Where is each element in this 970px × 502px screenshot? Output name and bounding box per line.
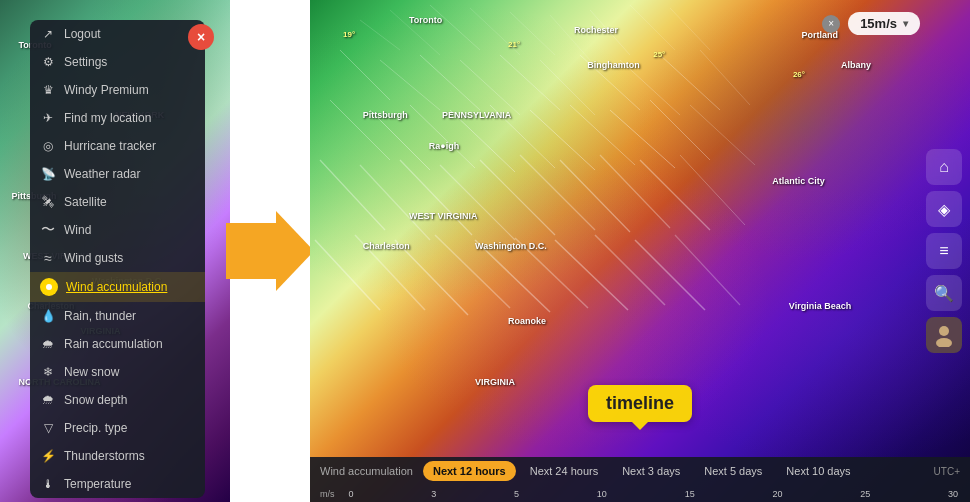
menu-item-find-location[interactable]: ✈ Find my location: [30, 104, 205, 132]
speed-value: 15m/s: [860, 16, 897, 31]
settings-icon: ⚙: [40, 54, 56, 70]
svg-point-0: [46, 284, 52, 290]
menu-item-wind-gusts[interactable]: ≈ Wind gusts: [30, 244, 205, 272]
map-label-binghamton: Binghamton: [587, 60, 640, 70]
menu-item-settings[interactable]: ⚙ Settings: [30, 48, 205, 76]
map-label-atlantic-city: Atlantic City: [772, 176, 825, 186]
arrow-body: [226, 223, 276, 279]
precip-type-label: Precip. type: [64, 421, 127, 435]
svg-line-42: [395, 240, 468, 315]
wind-gusts-label: Wind gusts: [64, 251, 123, 265]
satellite-icon: 🛰: [40, 194, 56, 210]
menu-item-thunderstorms[interactable]: ⚡ Thunderstorms: [30, 442, 205, 470]
svg-line-28: [650, 100, 710, 160]
map-label-wv-right: WEST VIRGINIA: [409, 211, 478, 221]
map-label-virginia-right: VIRGINIA: [475, 377, 515, 387]
menu-item-premium[interactable]: ♛ Windy Premium: [30, 76, 205, 104]
temp-label-4: 19°: [343, 30, 355, 39]
scale-3: 3: [431, 489, 436, 499]
snow-depth-icon: 🌨: [40, 392, 56, 408]
search-button[interactable]: 🔍: [926, 275, 962, 311]
main-container: Toronto NEW YORK Pittsburgh WEST VIRGINI…: [0, 0, 970, 502]
svg-line-49: [675, 235, 740, 305]
layers-button[interactable]: ◈: [926, 191, 962, 227]
menu-item-rain-accumulation[interactable]: 🌧 Rain accumulation: [30, 330, 205, 358]
avatar-button[interactable]: [926, 317, 962, 353]
right-panel: Toronto Rochester Portland Binghamton Al…: [310, 0, 970, 502]
tab-10d[interactable]: Next 10 days: [776, 461, 860, 481]
menu-item-satellite[interactable]: 🛰 Satellite: [30, 188, 205, 216]
svg-line-6: [550, 15, 590, 60]
svg-line-1: [360, 20, 400, 50]
hurricane-label: Hurricane tracker: [64, 139, 156, 153]
svg-line-14: [500, 55, 560, 110]
wind-accumulation-close-btn[interactable]: ×: [822, 15, 840, 33]
svg-line-34: [480, 160, 555, 235]
wind-icon: 〜: [40, 222, 56, 238]
timeline-tabs: Wind accumulation Next 12 hours Next 24 …: [310, 457, 970, 485]
timeline-wind-label: Wind accumulation: [320, 465, 413, 477]
menu-item-wind[interactable]: 〜 Wind: [30, 216, 205, 244]
rain-accumulation-label: Rain accumulation: [64, 337, 163, 351]
temp-label-1: 21°: [508, 40, 520, 49]
menu-item-hurricane[interactable]: ◎ Hurricane tracker: [30, 132, 205, 160]
menu-panel: ↗ Logout ⚙ Settings ♛ Windy Premium ✈ Fi…: [30, 20, 205, 498]
map-label-albany: Albany: [841, 60, 871, 70]
find-location-icon: ✈: [40, 110, 56, 126]
menu-item-weather-radar[interactable]: 📡 Weather radar: [30, 160, 205, 188]
svg-line-3: [430, 5, 480, 50]
svg-line-37: [600, 155, 670, 228]
temp-label-3: 26°: [793, 70, 805, 79]
wind-gusts-icon: ≈: [40, 250, 56, 266]
wind-accumulation-label: Wind accumulation: [66, 280, 167, 294]
new-snow-label: New snow: [64, 365, 119, 379]
rain-accumulation-icon: 🌧: [40, 336, 56, 352]
premium-label: Windy Premium: [64, 83, 149, 97]
map-label-roanoke: Roanoke: [508, 316, 546, 326]
svg-line-27: [610, 110, 675, 168]
tab-24h[interactable]: Next 24 hours: [520, 461, 608, 481]
scale-10: 10: [597, 489, 607, 499]
tab-12h[interactable]: Next 12 hours: [423, 461, 516, 481]
svg-line-39: [680, 155, 745, 225]
menu-item-snow-depth[interactable]: 🌨 Snow depth: [30, 386, 205, 414]
scale-30: 30: [948, 489, 958, 499]
map-label-dc-right: Washington D.C.: [475, 241, 547, 251]
close-menu-button[interactable]: ×: [188, 24, 214, 50]
right-icons-panel: ⌂ ◈ ≡ 🔍: [926, 149, 962, 353]
precip-type-icon: ▽: [40, 420, 56, 436]
tab-5d[interactable]: Next 5 days: [694, 461, 772, 481]
map-label-toronto-right: Toronto: [409, 15, 442, 25]
menu-item-logout[interactable]: ↗ Logout: [30, 20, 205, 48]
menu-item-precip-type[interactable]: ▽ Precip. type: [30, 414, 205, 442]
timeline-tooltip-text: timeline: [606, 393, 674, 413]
menu-button[interactable]: ≡: [926, 233, 962, 269]
timeline-tooltip: timeline: [588, 385, 692, 422]
svg-line-33: [440, 165, 515, 240]
satellite-label: Satellite: [64, 195, 107, 209]
tab-3d[interactable]: Next 3 days: [612, 461, 690, 481]
home-button[interactable]: ⌂: [926, 149, 962, 185]
hurricane-icon: ◎: [40, 138, 56, 154]
menu-item-temperature[interactable]: 🌡 Temperature: [30, 470, 205, 498]
scale-unit: m/s: [320, 489, 335, 499]
svg-point-50: [939, 326, 949, 336]
svg-line-31: [360, 165, 430, 240]
menu-item-wind-accumulation[interactable]: Wind accumulation: [30, 272, 205, 302]
rain-thunder-label: Rain, thunder: [64, 309, 136, 323]
logout-label: Logout: [64, 27, 101, 41]
scale-20: 20: [772, 489, 782, 499]
map-label-pittsburgh-right: Pittsburgh: [363, 110, 408, 120]
chevron-down-icon[interactable]: ▾: [903, 18, 908, 29]
top-bar: × 15m/s ▾: [822, 12, 920, 35]
menu-item-rain-thunder[interactable]: 💧 Rain, thunder: [30, 302, 205, 330]
find-location-label: Find my location: [64, 111, 151, 125]
svg-line-9: [670, 8, 710, 50]
svg-line-11: [380, 60, 440, 110]
svg-line-36: [560, 160, 630, 232]
menu-item-new-snow[interactable]: ❄ New snow: [30, 358, 205, 386]
snow-depth-label: Snow depth: [64, 393, 127, 407]
thunderstorms-icon: ⚡: [40, 448, 56, 464]
svg-line-38: [640, 160, 710, 230]
svg-line-35: [520, 155, 595, 230]
